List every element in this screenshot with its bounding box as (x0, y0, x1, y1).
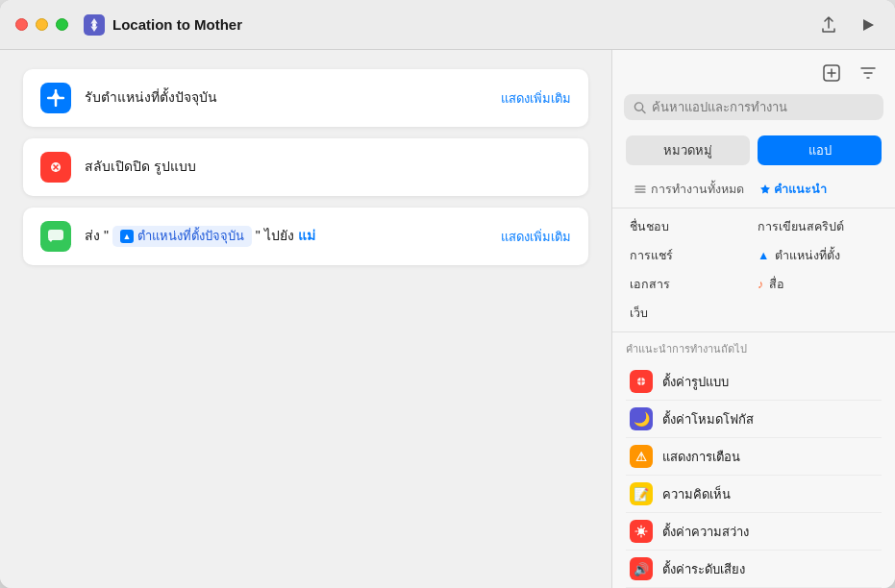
category-grid: ชื่นชอบ การเขียนสคริปต์ การแชร์ ▲ ตำแหน่… (612, 208, 895, 331)
token-text: ตำแหน่งที่ตั้งปัจจุบัน (137, 228, 244, 245)
search-area (612, 94, 895, 128)
tab-row: หมวดหมู่ แอป (612, 128, 895, 173)
sug-brightness-label: ตั้งค่าความสว่าง (662, 522, 749, 542)
cat-web[interactable]: เว็บ (626, 299, 754, 328)
toggle-appearance-label: สลับเปิดปิด รูปแบบ (85, 158, 571, 177)
tab-groups[interactable]: หมวดหมู่ (626, 135, 750, 165)
cat-recommended[interactable]: คำแนะนำ (752, 177, 834, 202)
media-cat-icon: ♪ (758, 278, 763, 291)
svg-rect-3 (48, 230, 63, 240)
close-button[interactable] (15, 18, 28, 31)
search-box[interactable] (624, 94, 883, 120)
sug-show-alert[interactable]: ⚠ แสดงการเตือน (626, 438, 882, 476)
suggested-title: คำแนะนำการทำงานถัดไป (626, 340, 882, 357)
get-location-expand[interactable]: แสดงเพิ่มเติม (501, 88, 571, 109)
filter-button[interactable] (855, 60, 882, 86)
sug-set-volume[interactable]: 🔊 ตั้งค่าระดับเสียง (626, 551, 882, 588)
star-icon (759, 184, 771, 195)
main-content: รับตำแหน่งที่ตั้งปัจจุบัน แสดงเพิ่มเติม … (0, 50, 895, 588)
sug-appearance-label: ตั้งค่ารูปแบบ (662, 372, 729, 392)
token-location-icon: ▲ (120, 230, 134, 243)
workflow-panel: รับตำแหน่งที่ตั้งปัจจุบัน แสดงเพิ่มเติม … (0, 50, 611, 588)
search-icon (634, 101, 646, 114)
sug-volume-label: ตั้งค่าระดับเสียง (662, 559, 745, 579)
sug-note-label: ความคิดเห็น (662, 484, 731, 504)
appearance-icon (40, 152, 71, 183)
send-message-expand[interactable]: แสดงเพิ่มเติม (501, 227, 571, 247)
cat-documents[interactable]: เอกสาร (626, 270, 754, 299)
sug-note[interactable]: 📝 ความคิดเห็น (626, 476, 882, 513)
cat-location[interactable]: ▲ ตำแหน่งที่ตั้ง (754, 241, 882, 270)
sug-set-appearance[interactable]: ตั้งค่ารูปแบบ (626, 363, 882, 401)
svg-point-5 (634, 102, 642, 110)
action-get-location[interactable]: รับตำแหน่งที่ตั้งปัจจุบัน แสดงเพิ่มเติม (23, 69, 588, 127)
sug-focus-icon: 🌙 (630, 407, 653, 430)
right-titlebar (612, 50, 895, 94)
category-row: การทำงานทั้งหมด คำแนะนำ (612, 173, 895, 208)
share-button[interactable] (816, 12, 841, 37)
library-panel: หมวดหมู่ แอป การทำงานทั้งหมด คำแนะนำ (611, 50, 895, 588)
cat-scripting[interactable]: การเขียนสคริปต์ (754, 212, 882, 241)
list-icon (634, 183, 647, 196)
suggested-section: คำแนะนำการทำงานถัดไป ตั้งค่ารูปแบบ 🌙 ตั้… (612, 331, 895, 588)
recipient-token[interactable]: แม่ (298, 227, 315, 246)
sug-set-brightness[interactable]: ตั้งค่าความสว่าง (626, 513, 882, 551)
sug-volume-icon: 🔊 (630, 557, 653, 580)
send-prefix: ส่ง " (85, 227, 109, 246)
cat-all[interactable]: การทำงานทั้งหมด (626, 177, 752, 202)
app-icon (84, 14, 105, 36)
sug-alert-label: แสดงการเตือน (662, 447, 740, 467)
location-icon (40, 83, 71, 113)
app-window: Location to Mother (0, 0, 895, 588)
tab-apps[interactable]: แอป (758, 135, 882, 165)
sug-focus-label: ตั้งค่าโหมดโฟกัส (662, 409, 754, 429)
cat-favorites[interactable]: ชื่นชอบ (626, 212, 754, 241)
location-token[interactable]: ▲ ตำแหน่งที่ตั้งปัจจุบัน (112, 226, 252, 247)
maximize-button[interactable] (56, 18, 68, 31)
sug-set-focus[interactable]: 🌙 ตั้งค่าโหมดโฟกัส (626, 401, 882, 438)
sug-note-icon: 📝 (630, 482, 653, 505)
search-input[interactable] (652, 100, 874, 114)
message-icon (40, 221, 71, 252)
send-suffix: " ไปยัง (256, 227, 294, 246)
action-toggle-appearance[interactable]: สลับเปิดปิด รูปแบบ (23, 138, 588, 196)
cat-sharing[interactable]: การแชร์ (626, 241, 754, 270)
sug-brightness-icon (630, 520, 653, 543)
minimize-button[interactable] (36, 18, 48, 31)
titlebar: Location to Mother (0, 0, 895, 50)
action-send-message[interactable]: ส่ง " ▲ ตำแหน่งที่ตั้งปัจจุบัน " ไปยัง แ… (23, 208, 588, 265)
sug-alert-icon: ⚠ (630, 445, 653, 468)
cat-media[interactable]: ♪ สื่อ (754, 270, 882, 299)
sug-appearance-icon (630, 370, 653, 393)
titlebar-actions (816, 12, 880, 37)
window-title: Location to Mother (112, 16, 816, 33)
get-location-label: รับตำแหน่งที่ตั้งปัจจุบัน (85, 88, 487, 108)
send-message-content: ส่ง " ▲ ตำแหน่งที่ตั้งปัจจุบัน " ไปยัง แ… (85, 226, 487, 247)
add-action-button[interactable] (818, 60, 845, 86)
location-cat-icon: ▲ (758, 249, 769, 262)
run-button[interactable] (855, 12, 880, 37)
svg-point-1 (92, 23, 96, 27)
traffic-lights (15, 18, 68, 31)
